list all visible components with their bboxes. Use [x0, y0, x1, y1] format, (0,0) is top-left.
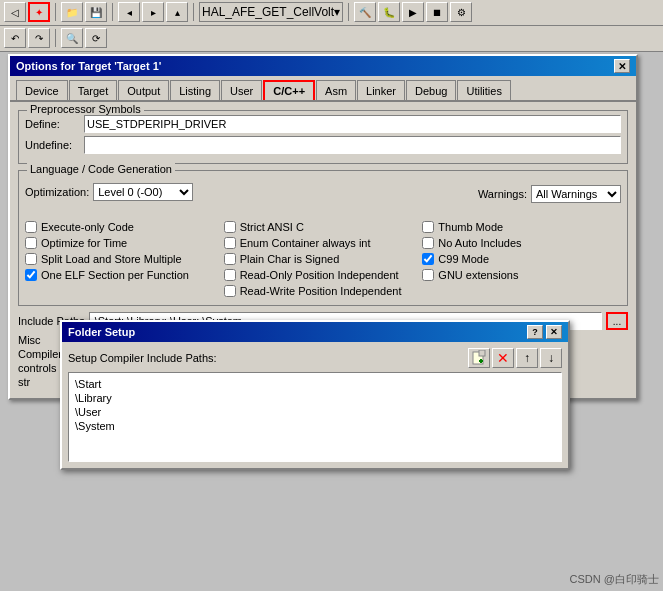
tab-target[interactable]: Target [69, 80, 118, 100]
toolbar-btn-redo[interactable]: ↷ [28, 28, 50, 48]
list-item: \System [73, 419, 557, 433]
folder-title-icons: ? ✕ [527, 325, 562, 339]
toolbar: ◁ ✦ 📁 💾 ◂ ▸ ▴ HAL_AFE_GET_CellVolt ▾ 🔨 🐛… [0, 0, 663, 52]
check-c99: C99 Mode [422, 253, 621, 265]
toolbar-btn-stop[interactable]: ⏹ [426, 2, 448, 22]
toolbar-separator-1 [55, 3, 56, 21]
check-thumb-label: Thumb Mode [438, 221, 503, 233]
list-item: \Start [73, 377, 557, 391]
check-strict-ansi-input[interactable] [224, 221, 236, 233]
check-gnu-input[interactable] [422, 269, 434, 281]
folder-delete-btn[interactable]: ✕ [492, 348, 514, 368]
check-plain-char-input[interactable] [224, 253, 236, 265]
toolbar-btn-up[interactable]: ▴ [166, 2, 188, 22]
folder-new-btn[interactable] [468, 348, 490, 368]
tab-debug[interactable]: Debug [406, 80, 456, 100]
check-no-auto-input[interactable] [422, 237, 434, 249]
dialog-title-text: Options for Target 'Target 1' [16, 60, 161, 72]
check-c99-input[interactable] [422, 253, 434, 265]
define-label: Define: [25, 118, 80, 130]
toolbar-btn-replace[interactable]: ⟳ [85, 28, 107, 48]
folder-close-button[interactable]: ✕ [546, 325, 562, 339]
check-rw-pos-input[interactable] [224, 285, 236, 297]
toolbar-btn-open[interactable]: 📁 [61, 2, 83, 22]
toolbar-btn-debug[interactable]: 🐛 [378, 2, 400, 22]
undefine-row: Undefine: [25, 136, 621, 154]
toolbar-separator-3 [193, 3, 194, 21]
check-rw-pos: Read-Write Position Independent [224, 285, 423, 297]
check-one-elf-input[interactable] [25, 269, 37, 281]
check-execute-only-input[interactable] [25, 221, 37, 233]
check-optimize-time: Optimize for Time [25, 237, 224, 249]
toolbar-row2: ↶ ↷ 🔍 ⟳ [0, 26, 663, 51]
folder-up-btn[interactable]: ↑ [516, 348, 538, 368]
folder-header-label: Setup Compiler Include Paths: [68, 352, 217, 364]
toolbar-btn-build[interactable]: 🔨 [354, 2, 376, 22]
toolbar-btn-save[interactable]: 💾 [85, 2, 107, 22]
toolbar-btn-settings[interactable]: ⚙ [450, 2, 472, 22]
tab-listing[interactable]: Listing [170, 80, 220, 100]
warnings-label: Warnings: [478, 188, 527, 200]
optimization-row: Optimization: Level 0 (-O0) [25, 183, 193, 201]
check-strict-ansi-label: Strict ANSI C [240, 221, 304, 233]
check-ro-pos: Read-Only Position Independent [224, 269, 423, 281]
folder-toolbar: ✕ ↑ ↓ [468, 348, 562, 368]
folder-content: Setup Compiler Include Paths: ✕ ↑ ↓ \Sta… [62, 342, 568, 468]
folder-down-btn[interactable]: ↓ [540, 348, 562, 368]
check-c99-label: C99 Mode [438, 253, 489, 265]
list-item: \User [73, 405, 557, 419]
check-optimize-time-label: Optimize for Time [41, 237, 127, 249]
check-split-load-label: Split Load and Store Multiple [41, 253, 182, 265]
check-split-load-input[interactable] [25, 253, 37, 265]
svg-rect-1 [479, 350, 485, 356]
optimization-select[interactable]: Level 0 (-O0) [93, 183, 193, 201]
check-thumb-input[interactable] [422, 221, 434, 233]
toolbar-btn-arrow[interactable]: ◁ [4, 2, 26, 22]
check-optimize-time-input[interactable] [25, 237, 37, 249]
check-plain-char: Plain Char is Signed [224, 253, 423, 265]
toolbar-row1: ◁ ✦ 📁 💾 ◂ ▸ ▴ HAL_AFE_GET_CellVolt ▾ 🔨 🐛… [0, 0, 663, 26]
undefine-input[interactable] [84, 136, 621, 154]
toolbar-separator-5 [55, 29, 56, 47]
tab-utilities[interactable]: Utilities [457, 80, 510, 100]
folder-help-button[interactable]: ? [527, 325, 543, 339]
dialog-close-button[interactable]: ✕ [614, 59, 630, 73]
tab-user[interactable]: User [221, 80, 262, 100]
tab-asm[interactable]: Asm [316, 80, 356, 100]
toolbar-separator-2 [112, 3, 113, 21]
folder-header-row: Setup Compiler Include Paths: ✕ ↑ ↓ [68, 348, 562, 368]
check-execute-only: Execute-only Code [25, 221, 224, 233]
check-execute-only-label: Execute-only Code [41, 221, 134, 233]
tab-cc[interactable]: C/C++ [263, 80, 315, 100]
browse-button[interactable]: ... [606, 312, 628, 330]
dialog-title-bar: Options for Target 'Target 1' ✕ [10, 56, 636, 76]
toolbar-btn-forward[interactable]: ▸ [142, 2, 164, 22]
define-row: Define: [25, 115, 621, 133]
file-dropdown[interactable]: HAL_AFE_GET_CellVolt ▾ [199, 2, 343, 22]
define-input[interactable] [84, 115, 621, 133]
watermark: CSDN @白印骑士 [570, 572, 659, 587]
language-group: Language / Code Generation Optimization:… [18, 170, 628, 306]
folder-title-bar: Folder Setup ? ✕ [62, 322, 568, 342]
check-ro-pos-input[interactable] [224, 269, 236, 281]
toolbar-btn-run[interactable]: ▶ [402, 2, 424, 22]
toolbar-btn-back[interactable]: ◂ [118, 2, 140, 22]
check-gnu-label: GNU extensions [438, 269, 518, 281]
check-enum-container: Enum Container always int [224, 237, 423, 249]
check-plain-char-label: Plain Char is Signed [240, 253, 340, 265]
toolbar-btn-undo[interactable]: ↶ [4, 28, 26, 48]
toolbar-btn-cursor[interactable]: ✦ [28, 2, 50, 22]
toolbar-btn-search[interactable]: 🔍 [61, 28, 83, 48]
toolbar-separator-4 [348, 3, 349, 21]
folder-setup-dialog: Folder Setup ? ✕ Setup Compiler Include … [60, 320, 570, 470]
check-enum-container-input[interactable] [224, 237, 236, 249]
folder-title-text: Folder Setup [68, 326, 135, 338]
tab-output[interactable]: Output [118, 80, 169, 100]
warnings-row: Warnings: All Warnings [478, 185, 621, 203]
check-one-elf-label: One ELF Section per Function [41, 269, 189, 281]
tab-linker[interactable]: Linker [357, 80, 405, 100]
warnings-select[interactable]: All Warnings [531, 185, 621, 203]
tab-device[interactable]: Device [16, 80, 68, 100]
check-enum-container-label: Enum Container always int [240, 237, 371, 249]
check-strict-ansi: Strict ANSI C [224, 221, 423, 233]
